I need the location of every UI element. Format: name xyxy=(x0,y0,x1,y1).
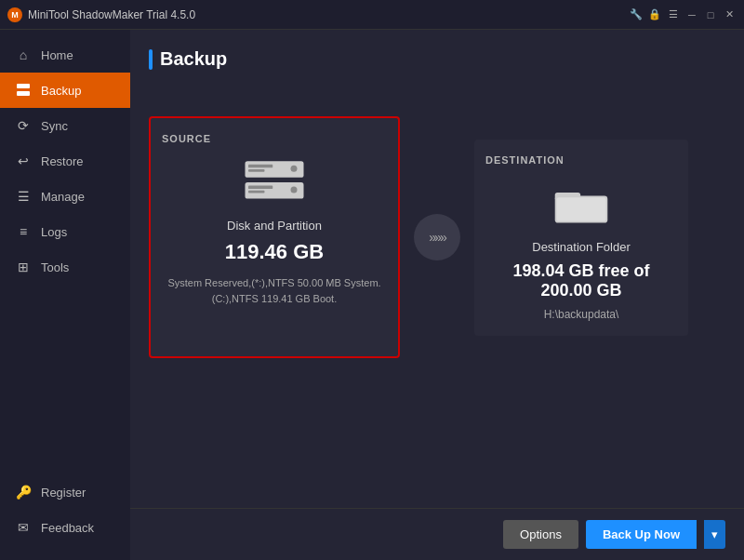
main-content: Backup SOURCE xyxy=(130,30,744,508)
sidebar-label-feedback: Feedback xyxy=(41,521,94,535)
sidebar-item-logs[interactable]: ≡ Logs xyxy=(0,214,130,249)
sync-icon: ⟳ xyxy=(15,117,32,134)
options-button[interactable]: Options xyxy=(503,520,578,549)
arrow-area: »»» xyxy=(400,214,474,260)
sidebar-label-manage: Manage xyxy=(41,190,85,204)
sidebar-label-home: Home xyxy=(41,48,73,62)
disk-icon xyxy=(242,159,307,206)
sidebar-item-backup[interactable]: Backup xyxy=(0,73,130,108)
app-icon: M xyxy=(7,7,22,22)
destination-card[interactable]: DESTINATION Destination Folder 198.04 GB… xyxy=(474,140,688,336)
app-body: ⌂ Home Backup ⟳ Sync ↩ Restore ☰ Manage … xyxy=(0,30,744,560)
key-icon: 🔑 xyxy=(15,484,32,500)
backup-now-button[interactable]: Back Up Now xyxy=(586,520,697,549)
sidebar-label-backup: Backup xyxy=(41,84,81,98)
restore-icon: ↩ xyxy=(15,153,32,169)
destination-label: DESTINATION xyxy=(485,154,565,166)
main-panel: Backup SOURCE xyxy=(130,30,744,560)
source-label: SOURCE xyxy=(162,133,211,144)
app-title: MiniTool ShadowMaker Trial 4.5.0 xyxy=(28,8,629,21)
svg-rect-8 xyxy=(248,191,265,193)
source-size: 119.46 GB xyxy=(225,240,324,264)
bottom-bar: Options Back Up Now ▾ xyxy=(130,508,744,560)
destination-path: H:\backupdata\ xyxy=(544,308,619,321)
destination-free-size: 198.04 GB free of 200.00 GB xyxy=(485,261,677,300)
sidebar-label-restore: Restore xyxy=(41,154,84,168)
svg-rect-4 xyxy=(248,169,265,172)
maximize-button[interactable]: □ xyxy=(703,7,718,22)
sidebar-item-tools[interactable]: ⊞ Tools xyxy=(0,249,130,285)
page-title-text: Backup xyxy=(160,48,227,70)
backup-dropdown-button[interactable]: ▾ xyxy=(704,520,725,549)
sidebar-item-sync[interactable]: ⟳ Sync xyxy=(0,108,130,143)
wrench-icon[interactable]: 🔧 xyxy=(629,7,644,22)
logs-icon: ≡ xyxy=(15,223,32,240)
title-accent-bar xyxy=(149,49,153,70)
minimize-button[interactable]: ─ xyxy=(684,7,699,22)
source-details: System Reserved,(*:),NTFS 50.00 MB Syste… xyxy=(167,275,380,306)
sidebar-item-feedback[interactable]: ✉ Feedback xyxy=(0,510,130,545)
svg-rect-12 xyxy=(556,197,605,221)
svg-rect-0 xyxy=(17,84,30,88)
source-card[interactable]: SOURCE Disk and Partition xyxy=(149,116,400,358)
direction-arrow[interactable]: »»» xyxy=(414,214,460,260)
sidebar-item-register[interactable]: 🔑 Register xyxy=(0,474,130,510)
sidebar-label-register: Register xyxy=(41,486,86,500)
destination-title: Destination Folder xyxy=(532,240,631,254)
home-icon: ⌂ xyxy=(15,47,32,63)
source-type: Disk and Partition xyxy=(227,219,322,233)
page-title-area: Backup xyxy=(149,48,725,70)
folder-icon xyxy=(553,180,609,227)
sidebar-label-logs: Logs xyxy=(41,225,67,239)
svg-rect-9 xyxy=(291,186,298,193)
svg-rect-3 xyxy=(248,165,272,168)
svg-rect-1 xyxy=(17,91,30,96)
close-button[interactable]: ✕ xyxy=(722,7,737,22)
lock-icon[interactable]: 🔒 xyxy=(647,7,662,22)
arrow-symbol: »»» xyxy=(429,230,445,245)
sidebar-label-tools: Tools xyxy=(41,260,69,274)
sidebar-label-sync: Sync xyxy=(41,119,68,133)
backup-area: SOURCE Disk and Partition xyxy=(149,88,725,386)
svg-rect-5 xyxy=(291,166,298,172)
title-bar: M MiniTool ShadowMaker Trial 4.5.0 🔧 🔒 ☰… xyxy=(0,0,744,30)
sidebar-item-manage[interactable]: ☰ Manage xyxy=(0,179,130,214)
tools-icon: ⊞ xyxy=(15,259,32,275)
backup-icon xyxy=(15,82,32,99)
menu-icon[interactable]: ☰ xyxy=(666,7,681,22)
window-controls: 🔧 🔒 ☰ ─ □ ✕ xyxy=(629,7,737,22)
mail-icon: ✉ xyxy=(15,519,32,536)
sidebar-item-home[interactable]: ⌂ Home xyxy=(0,37,130,73)
svg-rect-7 xyxy=(248,186,272,190)
manage-icon: ☰ xyxy=(15,188,32,205)
sidebar: ⌂ Home Backup ⟳ Sync ↩ Restore ☰ Manage … xyxy=(0,30,130,560)
sidebar-bottom: 🔑 Register ✉ Feedback xyxy=(0,467,130,553)
sidebar-item-restore[interactable]: ↩ Restore xyxy=(0,143,130,179)
